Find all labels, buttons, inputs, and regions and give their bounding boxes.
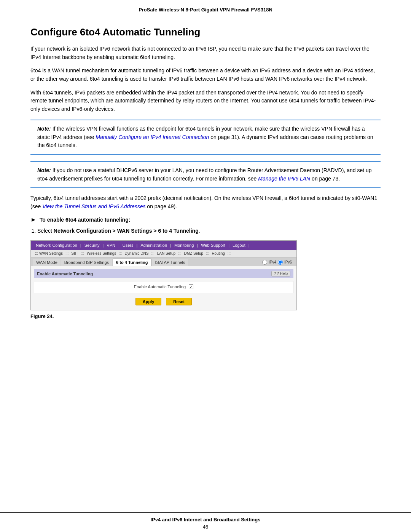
help-icon: ?	[274, 272, 276, 276]
sc-form-content: Enable Automatic Tunneling ? ? Help Enab…	[31, 266, 296, 310]
sc-nav-websupport[interactable]: Web Support	[198, 242, 228, 249]
sc-sub-siit[interactable]: SIIT	[69, 251, 80, 256]
paragraph-2: 6to4 is a WAN tunnel mechanism for autom…	[30, 67, 381, 83]
sc-nav-security[interactable]: Security	[82, 242, 102, 249]
sc-nav-logout[interactable]: Logout	[230, 242, 248, 249]
header-title: ProSafe Wireless-N 8-Port Gigabit VPN Fi…	[139, 7, 272, 13]
ipv4-label: IPv4	[269, 260, 276, 264]
step-header: ► To enable 6to4 automatic tunneling:	[30, 216, 381, 223]
sc-nav-monitoring[interactable]: Monitoring	[172, 242, 196, 249]
sc-checkbox-mark: ✓	[190, 285, 193, 289]
sc-ipv-toggle: IPv4 IPv6	[262, 260, 294, 265]
footer-page: 46	[23, 524, 388, 530]
paragraph-4-end: on page 49).	[145, 203, 177, 209]
sc-tab-isatap[interactable]: ISATAP Tunnels	[152, 259, 188, 266]
note-2-label: Note:	[37, 167, 51, 173]
paragraph-4-link[interactable]: View the Tunnel Status and IPv6 Addresse…	[42, 203, 145, 209]
paragraph-3: With 6to4 tunnels, IPv6 packets are embe…	[30, 89, 381, 113]
page-wrapper: ProSafe Wireless-N 8-Port Gigabit VPN Fi…	[0, 0, 411, 532]
sc-button-row: Apply Reset	[34, 296, 293, 306]
sc-sub-dmz-setup[interactable]: DMZ Setup	[182, 251, 205, 256]
sc-sub-wireless-settings[interactable]: Wireless Settings	[85, 251, 118, 256]
note-2-link[interactable]: Manage the IPv6 LAN	[258, 176, 310, 182]
sc-section-header: Enable Automatic Tunneling ? ? Help	[34, 269, 293, 278]
arrow-icon: ►	[30, 216, 37, 223]
sc-nav-network-config[interactable]: Network Configuration	[33, 242, 80, 249]
sc-sub-lan-setup[interactable]: LAN Setup	[155, 251, 177, 256]
note-2-text2: on page 73.	[310, 176, 340, 182]
top-header: ProSafe Wireless-N 8-Port Gigabit VPN Fi…	[0, 0, 411, 16]
ipv6-label: IPv6	[284, 260, 292, 264]
sc-nav-administration[interactable]: Administration	[138, 242, 170, 249]
bottom-footer: IPv4 and IPv6 Internet and Broadband Set…	[0, 513, 411, 532]
sc-form-label: Enable Automatic Tunneling	[134, 284, 186, 289]
note-1-label: Note:	[37, 126, 51, 132]
help-label: ? Help	[277, 272, 288, 276]
page-title: Configure 6to4 Automatic Tunneling	[30, 26, 381, 38]
sc-tab-wan-mode[interactable]: WAN Mode	[33, 259, 61, 266]
screenshot-container: Network Configuration | Security | VPN |…	[30, 240, 297, 310]
ipv4-radio[interactable]	[262, 260, 267, 265]
paragraph-4: Typically, 6to4 tunnel addresses start w…	[30, 194, 381, 211]
sc-help-button[interactable]: ? ? Help	[271, 271, 290, 276]
sc-form-row: Enable Automatic Tunneling ✓	[34, 281, 293, 293]
sc-sub-dynamic-dns[interactable]: Dynamic DNS	[123, 251, 151, 256]
paragraph-1: If your network is an isolated IPv6 netw…	[30, 45, 381, 61]
sc-tab-6to4-tunneling[interactable]: 6 to 4 Tunneling	[113, 259, 151, 266]
note-1-link[interactable]: Manually Configure an IPv4 Internet Conn…	[96, 134, 209, 140]
ipv6-radio[interactable]	[278, 260, 283, 265]
note-2-text: Note: If you do not use a stateful DHCPv…	[37, 166, 374, 183]
step-list: Select Network Configuration > WAN Setti…	[37, 227, 381, 235]
sc-sub-nav: ::: WAN Settings ::: SIIT ::: Wireless S…	[31, 250, 296, 257]
footer-title: IPv4 and IPv6 Internet and Broadband Set…	[23, 517, 388, 522]
sc-nav-bar: Network Configuration | Security | VPN |…	[31, 241, 296, 250]
sc-tab-broadband-isp[interactable]: Broadband ISP Settings	[61, 259, 112, 266]
sc-apply-button[interactable]: Apply	[135, 298, 162, 305]
sc-checkbox[interactable]: ✓	[189, 284, 193, 289]
step-header-text: To enable 6to4 automatic tunneling:	[40, 217, 131, 223]
sc-nav-vpn[interactable]: VPN	[104, 242, 118, 249]
sc-nav-users[interactable]: Users	[120, 242, 136, 249]
sc-sub-wan-settings[interactable]: ::: WAN Settings	[33, 251, 65, 256]
sc-sub-routing[interactable]: Routing	[210, 251, 226, 256]
note-box-2: Note: If you do not use a stateful DHCPv…	[30, 161, 381, 188]
sc-section-title: Enable Automatic Tunneling	[37, 272, 93, 276]
sc-tab-bar: WAN Mode Broadband ISP Settings 6 to 4 T…	[31, 257, 296, 266]
footer: IPv4 and IPv6 Internet and Broadband Set…	[0, 512, 411, 532]
sc-reset-button[interactable]: Reset	[166, 298, 192, 305]
content-area: Configure 6to4 Automatic Tunneling If yo…	[0, 16, 411, 512]
figure-label: Figure 24.	[30, 313, 381, 319]
note-box-1: Note: If the wireless VPN firewall funct…	[30, 120, 381, 155]
step-1: Select Network Configuration > WAN Setti…	[37, 227, 381, 235]
note-1-text: Note: If the wireless VPN firewall funct…	[37, 125, 374, 150]
